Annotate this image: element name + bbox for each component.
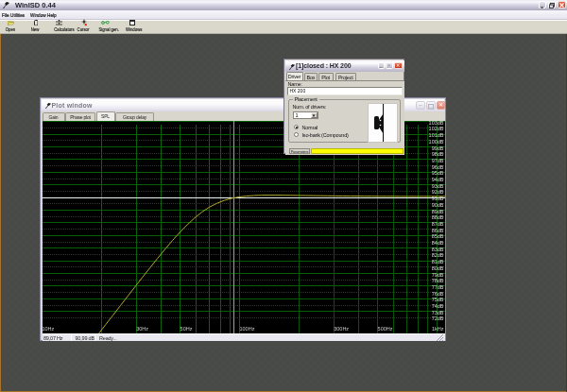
svg-text:96dB: 96dB	[431, 164, 443, 170]
svg-text:300Hz: 300Hz	[334, 326, 349, 332]
svg-text:93dB: 93dB	[431, 183, 443, 189]
svg-text:95dB: 95dB	[431, 170, 443, 176]
svg-text:85dB: 85dB	[431, 233, 443, 239]
svg-text:76dB: 76dB	[431, 291, 443, 297]
svg-text:75dB: 75dB	[431, 297, 443, 302]
svg-text:98dB: 98dB	[431, 151, 443, 157]
svg-text:99dB: 99dB	[431, 145, 443, 151]
svg-text:100Hz: 100Hz	[239, 326, 254, 332]
svg-text:73dB: 73dB	[431, 310, 443, 315]
svg-text:89dB: 89dB	[431, 209, 443, 214]
svg-text:79dB: 79dB	[431, 272, 443, 278]
svg-text:91dB: 91dB	[431, 196, 443, 201]
svg-text:102dB: 102dB	[428, 126, 443, 131]
svg-text:88dB: 88dB	[431, 214, 443, 220]
svg-text:83dB: 83dB	[431, 247, 443, 252]
svg-text:92dB: 92dB	[431, 189, 443, 195]
svg-text:78dB: 78dB	[431, 278, 443, 283]
svg-text:86dB: 86dB	[431, 228, 443, 233]
svg-text:30Hz: 30Hz	[136, 326, 148, 332]
svg-text:101dB: 101dB	[428, 132, 443, 138]
svg-text:81dB: 81dB	[431, 259, 443, 264]
svg-text:97dB: 97dB	[431, 158, 443, 163]
svg-text:10Hz: 10Hz	[43, 326, 55, 332]
svg-text:94dB: 94dB	[431, 177, 443, 182]
svg-text:500Hz: 500Hz	[377, 326, 392, 332]
svg-text:87dB: 87dB	[431, 221, 443, 227]
svg-text:77dB: 77dB	[431, 284, 443, 290]
svg-text:84dB: 84dB	[431, 240, 443, 246]
svg-text:90dB: 90dB	[431, 202, 443, 208]
svg-text:50Hz: 50Hz	[180, 326, 192, 332]
svg-text:103dB: 103dB	[428, 121, 443, 126]
svg-text:82dB: 82dB	[431, 252, 443, 258]
svg-text:74dB: 74dB	[431, 303, 443, 309]
svg-text:80dB: 80dB	[431, 265, 443, 271]
svg-text:100dB: 100dB	[428, 139, 443, 145]
svg-text:1kHz: 1kHz	[431, 326, 443, 332]
svg-text:72dB: 72dB	[431, 315, 443, 321]
